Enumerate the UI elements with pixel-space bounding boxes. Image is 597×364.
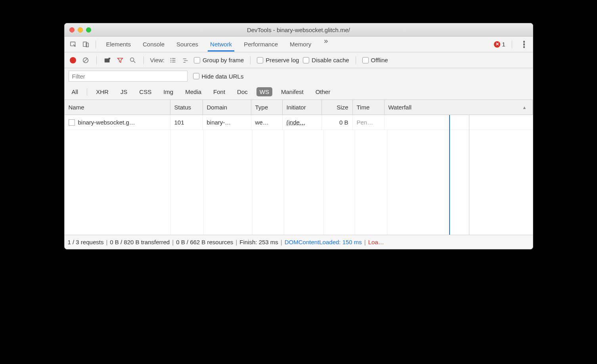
status-resources: 0 B / 662 B resources xyxy=(176,239,233,245)
group-by-frame-checkbox[interactable]: Group by frame xyxy=(194,57,244,63)
settings-menu-icon[interactable] xyxy=(519,39,530,50)
separator xyxy=(356,56,356,64)
table-body: binary-websocket.g… 101 binary-… we… (in… xyxy=(65,115,533,235)
tab-elements[interactable]: Elements xyxy=(104,37,134,52)
svg-point-3 xyxy=(523,41,525,42)
large-rows-button[interactable] xyxy=(168,56,177,65)
checkbox-icon xyxy=(362,57,369,63)
inspect-element-icon[interactable] xyxy=(68,39,79,50)
type-css[interactable]: CSS xyxy=(136,87,155,96)
separator xyxy=(250,56,251,64)
filter-bar: Hide data URLs xyxy=(65,68,533,84)
type-js[interactable]: JS xyxy=(117,87,131,96)
cell-status: 101 xyxy=(170,115,203,130)
tab-performance[interactable]: Performance xyxy=(241,37,280,52)
preserve-log-checkbox[interactable]: Preserve log xyxy=(257,57,299,63)
table-header: Name Status Domain Type Initiator Size T… xyxy=(65,100,533,115)
grid-lines xyxy=(65,130,387,235)
checkbox-icon xyxy=(303,57,309,63)
cell-size: 0 B xyxy=(322,115,353,130)
type-font[interactable]: Font xyxy=(210,87,228,96)
type-manifest[interactable]: Manifest xyxy=(278,87,307,96)
cell-time: Pen… xyxy=(353,115,385,130)
svg-point-5 xyxy=(523,46,525,48)
type-all[interactable]: All xyxy=(69,87,82,96)
cell-domain: binary-… xyxy=(203,115,251,130)
device-toolbar-icon[interactable] xyxy=(80,39,92,50)
separator xyxy=(96,56,97,64)
clear-button[interactable] xyxy=(81,56,90,65)
status-bar: 1 / 3 requests | 0 B / 820 B transferred… xyxy=(65,235,533,249)
filter-input[interactable] xyxy=(69,71,188,82)
more-tabs-button[interactable]: » xyxy=(321,37,331,52)
type-xhr[interactable]: XHR xyxy=(93,87,112,96)
table-row[interactable]: binary-websocket.g… 101 binary-… we… (in… xyxy=(65,115,533,130)
disable-cache-checkbox[interactable]: Disable cache xyxy=(303,57,349,63)
svg-rect-9 xyxy=(108,57,110,59)
hide-data-urls-checkbox[interactable]: Hide data URLs xyxy=(193,73,244,80)
capture-screenshots-button[interactable] xyxy=(103,56,112,65)
search-button[interactable] xyxy=(128,56,137,65)
panel-tabs: Elements Console Sources Network Perform… xyxy=(104,37,331,52)
checkbox-icon xyxy=(194,57,200,63)
type-ws[interactable]: WS xyxy=(256,87,272,96)
svg-line-11 xyxy=(133,61,135,63)
titlebar: DevTools - binary-websocket.glitch.me/ xyxy=(65,23,533,36)
tab-network[interactable]: Network xyxy=(208,37,234,52)
offline-checkbox[interactable]: Offline xyxy=(362,57,388,63)
type-media[interactable]: Media xyxy=(182,87,205,96)
type-img[interactable]: Img xyxy=(160,87,176,96)
type-doc[interactable]: Doc xyxy=(234,87,251,96)
network-controls: View: Group by frame Preserve log Disabl… xyxy=(65,52,533,68)
col-size-header[interactable]: Size xyxy=(322,100,353,115)
overview-toggle-button[interactable] xyxy=(181,56,190,65)
tab-sources[interactable]: Sources xyxy=(174,37,201,52)
view-label: View: xyxy=(150,57,165,63)
file-icon xyxy=(69,119,75,126)
col-domain-header[interactable]: Domain xyxy=(203,100,251,115)
record-button[interactable] xyxy=(69,56,77,65)
status-finish: Finish: 253 ms xyxy=(239,239,278,245)
status-domcontentloaded: DOMContentLoaded: 150 ms xyxy=(285,239,362,245)
window-title: DevTools - binary-websocket.glitch.me/ xyxy=(65,27,533,33)
separator xyxy=(512,40,512,48)
cell-initiator[interactable]: (inde… xyxy=(287,119,306,126)
status-requests: 1 / 3 requests xyxy=(68,239,104,245)
waterfall-marker xyxy=(469,115,469,235)
cell-name: binary-websocket.g… xyxy=(78,119,135,126)
status-transferred: 0 B / 820 B transferred xyxy=(110,239,170,245)
col-name-header[interactable]: Name xyxy=(65,100,170,115)
error-count-badge[interactable]: ✕ 1 xyxy=(494,41,505,48)
separator xyxy=(144,56,144,64)
devtools-window: DevTools - binary-websocket.glitch.me/ E… xyxy=(64,23,533,249)
col-type-header[interactable]: Type xyxy=(251,100,283,115)
separator xyxy=(87,88,87,96)
svg-point-10 xyxy=(130,57,134,61)
col-waterfall-header[interactable]: Waterfall ▲ xyxy=(385,100,533,115)
error-count: 1 xyxy=(502,41,505,48)
type-filter-bar: All XHR JS CSS Img Media Font Doc WS Man… xyxy=(65,84,533,100)
tab-console[interactable]: Console xyxy=(140,37,167,52)
toolbar-right: ✕ 1 xyxy=(494,39,529,50)
col-time-header[interactable]: Time xyxy=(353,100,385,115)
checkbox-icon xyxy=(257,57,263,63)
cell-waterfall xyxy=(385,115,533,130)
col-initiator-header[interactable]: Initiator xyxy=(283,100,322,115)
checkbox-icon xyxy=(193,73,199,79)
svg-line-7 xyxy=(84,58,87,62)
svg-point-4 xyxy=(523,44,525,45)
status-load: Loa… xyxy=(368,239,384,245)
separator xyxy=(96,40,96,48)
col-status-header[interactable]: Status xyxy=(170,100,203,115)
cell-type: we… xyxy=(251,115,283,130)
tab-memory[interactable]: Memory xyxy=(287,37,314,52)
filter-toggle-button[interactable] xyxy=(116,56,124,65)
main-toolbar: Elements Console Sources Network Perform… xyxy=(65,36,533,52)
record-icon xyxy=(70,57,76,63)
type-other[interactable]: Other xyxy=(312,87,334,96)
error-icon: ✕ xyxy=(494,41,500,48)
waterfall-marker xyxy=(449,115,450,235)
sort-asc-icon: ▲ xyxy=(522,105,527,110)
